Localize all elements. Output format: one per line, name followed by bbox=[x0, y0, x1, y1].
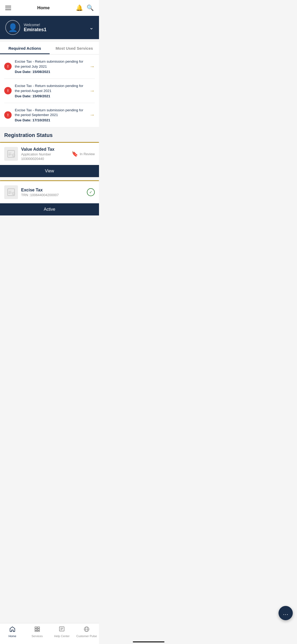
required-actions-list: ! Excise Tax - Return submission pending… bbox=[0, 54, 99, 127]
vat-registration-card: VAT $ Value Added Tax Application Number… bbox=[0, 142, 99, 177]
action-arrow-button[interactable]: → bbox=[89, 112, 95, 118]
check-icon: ✓ bbox=[87, 188, 95, 196]
bell-icon[interactable]: 🔔 bbox=[76, 4, 83, 11]
excise-tax-registration-card: VAT $ Excise Tax TRN :100644004200007 ✓ … bbox=[0, 180, 99, 215]
greeting-label: Welcome! bbox=[24, 23, 86, 27]
excise-name: Excise Tax bbox=[21, 188, 84, 192]
svg-text:VAT: VAT bbox=[8, 191, 11, 192]
vat-status-label: In Review bbox=[80, 152, 95, 156]
chevron-down-icon[interactable]: ⌄ bbox=[89, 24, 94, 31]
action-item: ! Excise Tax - Return submission pending… bbox=[4, 79, 95, 103]
svg-text:$: $ bbox=[13, 154, 14, 156]
excise-card-info: Excise Tax TRN :100644004200007 bbox=[21, 188, 84, 197]
vat-app-number: 103000020440 bbox=[21, 157, 68, 161]
action-item: ! Excise Tax - Return submission pending… bbox=[4, 103, 95, 127]
tab-most-used-services[interactable]: Most Used Services bbox=[50, 42, 99, 54]
vat-app-number-label: Application Number bbox=[21, 152, 68, 156]
excise-card-body: VAT $ Excise Tax TRN :100644004200007 ✓ bbox=[0, 181, 99, 203]
page-title: Home bbox=[37, 5, 50, 11]
excise-status: ✓ bbox=[87, 188, 95, 196]
excise-card-icon: VAT $ bbox=[4, 185, 18, 199]
vat-status: 🔖 In Review bbox=[72, 151, 95, 157]
svg-rect-3 bbox=[8, 155, 11, 155]
action-title: Excise Tax - Return submission pending f… bbox=[15, 59, 86, 69]
action-arrow-button[interactable]: → bbox=[89, 88, 95, 94]
excise-trn: TRN :100644004200007 bbox=[21, 193, 84, 197]
menu-button[interactable] bbox=[5, 6, 11, 10]
action-content: Excise Tax - Return submission pending f… bbox=[15, 84, 86, 98]
tab-bar: Required Actions Most Used Services bbox=[0, 42, 99, 54]
search-icon[interactable]: 🔍 bbox=[87, 4, 94, 11]
avatar: 👤 bbox=[5, 20, 20, 35]
svg-rect-2 bbox=[8, 154, 12, 155]
svg-rect-9 bbox=[8, 193, 11, 194]
action-title: Excise Tax - Return submission pending f… bbox=[15, 84, 86, 94]
vat-card-icon: VAT $ bbox=[4, 147, 18, 161]
vat-view-button[interactable]: View bbox=[0, 165, 99, 177]
alert-icon: ! bbox=[4, 111, 12, 119]
welcome-banner: 👤 Welcome! Emirates1 ⌄ bbox=[0, 16, 99, 39]
vat-card-body: VAT $ Value Added Tax Application Number… bbox=[0, 143, 99, 165]
action-due: Due Date: 17/10/2021 bbox=[15, 118, 86, 122]
tab-required-actions[interactable]: Required Actions bbox=[0, 42, 50, 54]
action-due: Due Date: 15/09/2021 bbox=[15, 94, 86, 98]
app-header: Home 🔔 🔍 bbox=[0, 0, 99, 16]
vat-card-info: Value Added Tax Application Number 10300… bbox=[21, 147, 68, 161]
alert-icon: ! bbox=[4, 87, 12, 94]
vat-name: Value Added Tax bbox=[21, 147, 68, 152]
header-icons: 🔔 🔍 bbox=[76, 4, 94, 11]
action-due: Due Date: 15/08/2021 bbox=[15, 70, 86, 74]
action-title: Excise Tax - Return submission pending f… bbox=[15, 108, 86, 118]
username-label: Emirates1 bbox=[24, 27, 86, 33]
action-arrow-button[interactable]: → bbox=[89, 63, 95, 70]
svg-rect-8 bbox=[8, 192, 12, 193]
action-content: Excise Tax - Return submission pending f… bbox=[15, 59, 86, 74]
alert-icon: ! bbox=[4, 63, 12, 70]
action-item: ! Excise Tax - Return submission pending… bbox=[4, 54, 95, 79]
welcome-text: Welcome! Emirates1 bbox=[24, 23, 86, 33]
bookmark-icon: 🔖 bbox=[72, 151, 78, 157]
avatar-icon: 👤 bbox=[8, 23, 18, 32]
svg-text:VAT: VAT bbox=[8, 152, 11, 154]
action-content: Excise Tax - Return submission pending f… bbox=[15, 108, 86, 122]
svg-text:$: $ bbox=[13, 193, 14, 195]
registration-status-heading: Registration Status bbox=[0, 127, 99, 142]
excise-view-button[interactable]: Active bbox=[0, 203, 99, 215]
